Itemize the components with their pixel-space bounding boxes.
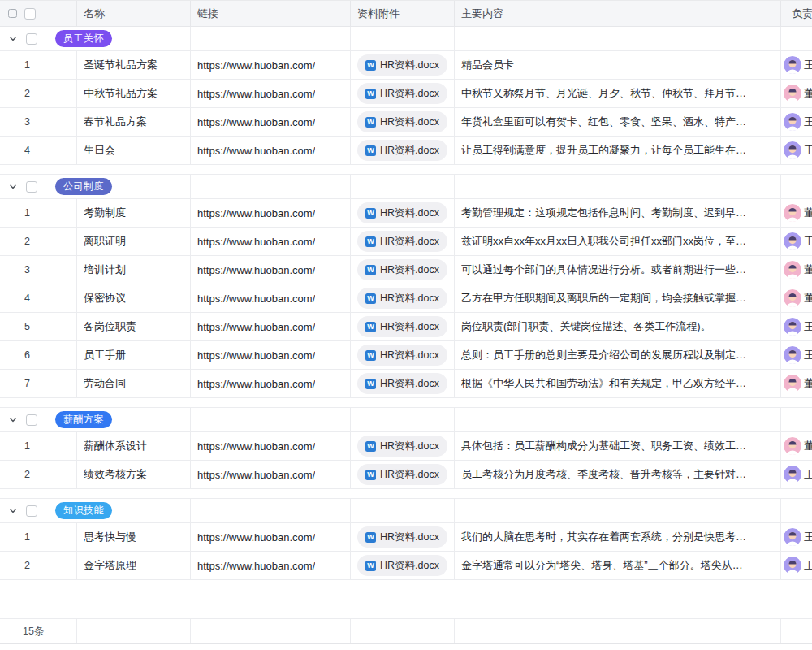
column-header-attachment[interactable]: 资料附件 — [351, 1, 455, 26]
attachment-chip[interactable]: WHR资料.docx — [357, 373, 447, 394]
owner-cell[interactable]: 王 — [781, 552, 812, 579]
attachment-chip[interactable]: WHR资料.docx — [357, 464, 447, 485]
row-index-cell[interactable]: 1 — [0, 51, 77, 79]
name-cell[interactable]: 保密协议 — [77, 284, 191, 312]
link-cell[interactable]: https://www.huoban.com/ — [191, 199, 351, 227]
link-cell[interactable]: https://www.huoban.com/ — [191, 313, 351, 340]
row-index-cell[interactable]: 4 — [0, 284, 77, 312]
content-cell[interactable]: 精品会员卡 — [455, 51, 781, 79]
attachment-chip[interactable]: WHR资料.docx — [357, 83, 447, 104]
content-cell[interactable]: 具体包括：员工薪酬构成分为基础工资、职务工资、绩效工… — [455, 432, 781, 460]
group-select-checkbox[interactable] — [26, 33, 37, 45]
row-index-cell[interactable]: 4 — [0, 136, 77, 164]
link-cell[interactable]: https://www.huoban.com/ — [191, 370, 351, 397]
group-select-checkbox[interactable] — [26, 414, 37, 426]
chevron-down-icon[interactable] — [8, 416, 18, 424]
attachment-cell[interactable]: WHR资料.docx — [351, 228, 455, 255]
name-cell[interactable]: 培训计划 — [77, 256, 191, 284]
attachment-cell[interactable]: WHR资料.docx — [351, 432, 455, 460]
name-cell[interactable]: 思考快与慢 — [77, 523, 191, 551]
owner-cell[interactable]: 董 — [781, 432, 812, 460]
content-cell[interactable]: 员工考核分为月度考核、季度考核、晋升考核等，主要针对… — [455, 461, 781, 488]
owner-cell[interactable]: 董 — [781, 370, 812, 397]
attachment-cell[interactable]: WHR资料.docx — [351, 284, 455, 312]
attachment-cell[interactable]: WHR资料.docx — [351, 313, 455, 340]
attachment-chip[interactable]: WHR资料.docx — [357, 436, 447, 457]
group-select-checkbox[interactable] — [26, 181, 37, 193]
link-cell[interactable]: https://www.huoban.com/ — [191, 523, 351, 551]
name-cell[interactable]: 劳动合同 — [77, 370, 191, 397]
attachment-cell[interactable]: WHR资料.docx — [351, 256, 455, 284]
link-cell[interactable]: https://www.huoban.com/ — [191, 228, 351, 255]
owner-cell[interactable]: 董 — [781, 284, 812, 312]
attachment-chip[interactable]: WHR资料.docx — [357, 202, 447, 223]
content-cell[interactable]: 兹证明xx自xx年xx月xx日入职我公司担任xx部门xx岗位，至… — [455, 228, 781, 255]
attachment-cell[interactable]: WHR资料.docx — [351, 461, 455, 488]
name-cell[interactable]: 中秋节礼品方案 — [77, 80, 191, 107]
owner-cell[interactable]: 董 — [781, 256, 812, 284]
owner-cell[interactable]: 董 — [781, 80, 812, 107]
chevron-down-icon[interactable] — [8, 183, 18, 191]
attachment-chip[interactable]: WHR资料.docx — [357, 344, 447, 366]
select-all-checkbox[interactable] — [24, 8, 36, 20]
link-cell[interactable]: https://www.huoban.com/ — [191, 341, 351, 369]
attachment-chip[interactable]: WHR资料.docx — [357, 526, 447, 548]
attachment-cell[interactable]: WHR资料.docx — [351, 341, 455, 369]
owner-cell[interactable]: 董 — [781, 199, 812, 227]
attachment-chip[interactable]: WHR资料.docx — [357, 111, 447, 132]
content-cell[interactable]: 考勤管理规定：这项规定包括作息时间、考勤制度、迟到早… — [455, 199, 781, 227]
name-cell[interactable]: 薪酬体系设计 — [77, 432, 191, 460]
attachment-cell[interactable]: WHR资料.docx — [351, 523, 455, 551]
owner-cell[interactable]: 王 — [781, 108, 812, 136]
name-cell[interactable]: 员工手册 — [77, 341, 191, 369]
content-cell[interactable]: 根据《中华人民共和国劳动法》和有关规定，甲乙双方经平… — [455, 370, 781, 397]
row-index-cell[interactable]: 3 — [0, 256, 77, 284]
group-select-checkbox[interactable] — [26, 505, 37, 517]
name-cell[interactable]: 绩效考核方案 — [77, 461, 191, 488]
content-cell[interactable]: 可以通过每个部门的具体情况进行分析。或者前期进行一些… — [455, 256, 781, 284]
owner-cell[interactable]: 王 — [781, 228, 812, 255]
name-cell[interactable]: 各岗位职责 — [77, 313, 191, 340]
chevron-down-icon[interactable] — [8, 35, 18, 43]
link-cell[interactable]: https://www.huoban.com/ — [191, 256, 351, 284]
row-index-cell[interactable]: 6 — [0, 341, 77, 369]
name-cell[interactable]: 圣诞节礼品方案 — [77, 51, 191, 79]
column-header-name[interactable]: 名称 — [77, 1, 191, 26]
row-index-cell[interactable]: 2 — [0, 228, 77, 255]
name-cell[interactable]: 生日会 — [77, 136, 191, 164]
link-cell[interactable]: https://www.huoban.com/ — [191, 461, 351, 488]
row-index-cell[interactable]: 2 — [0, 552, 77, 579]
row-index-cell[interactable]: 1 — [0, 199, 77, 227]
row-index-cell[interactable]: 1 — [0, 523, 77, 551]
attachment-cell[interactable]: WHR资料.docx — [351, 108, 455, 136]
owner-cell[interactable]: 王 — [781, 136, 812, 164]
attachment-cell[interactable]: WHR资料.docx — [351, 80, 455, 107]
attachment-cell[interactable]: WHR资料.docx — [351, 51, 455, 79]
attachment-cell[interactable]: WHR资料.docx — [351, 136, 455, 164]
owner-cell[interactable]: 王 — [781, 313, 812, 340]
row-index-cell[interactable]: 5 — [0, 313, 77, 340]
collapse-all-icon[interactable] — [8, 9, 17, 18]
attachment-chip[interactable]: WHR资料.docx — [357, 231, 447, 252]
row-index-cell[interactable]: 7 — [0, 370, 77, 397]
attachment-chip[interactable]: WHR资料.docx — [357, 288, 447, 309]
content-cell[interactable]: 乙方在甲方任职期间及离职后的一定期间，均会接触或掌握… — [455, 284, 781, 312]
content-cell[interactable]: 让员工得到满意度，提升员工的凝聚力，让每个员工能生在… — [455, 136, 781, 164]
content-cell[interactable]: 我们的大脑在思考时，其实存在着两套系统，分别是快思考… — [455, 523, 781, 551]
attachment-chip[interactable]: WHR资料.docx — [357, 54, 447, 76]
link-cell[interactable]: https://www.huoban.com/ — [191, 552, 351, 579]
link-cell[interactable]: https://www.huoban.com/ — [191, 51, 351, 79]
owner-cell[interactable]: 王 — [781, 523, 812, 551]
content-cell[interactable]: 岗位职责(部门职责、关键岗位描述、各类工作流程)。 — [455, 313, 781, 340]
chevron-down-icon[interactable] — [8, 507, 18, 515]
attachment-chip[interactable]: WHR资料.docx — [357, 259, 447, 280]
owner-cell[interactable]: 王 — [781, 341, 812, 369]
link-cell[interactable]: https://www.huoban.com/ — [191, 136, 351, 164]
attachment-chip[interactable]: WHR资料.docx — [357, 140, 447, 161]
name-cell[interactable]: 春节礼品方案 — [77, 108, 191, 136]
content-cell[interactable]: 总则：员工手册的总则主要是介绍公司的发展历程以及制定… — [455, 341, 781, 369]
column-header-owner[interactable]: 负责人 — [781, 1, 812, 26]
attachment-chip[interactable]: WHR资料.docx — [357, 316, 447, 337]
name-cell[interactable]: 离职证明 — [77, 228, 191, 255]
owner-cell[interactable]: 王 — [781, 51, 812, 79]
